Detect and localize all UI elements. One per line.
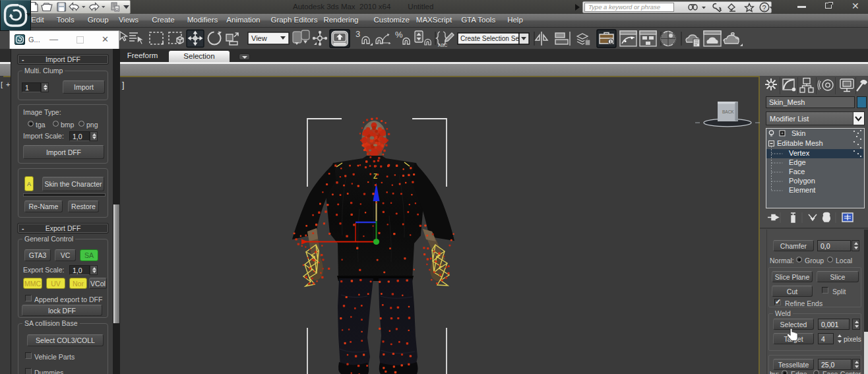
svg-text:View: View <box>251 34 267 42</box>
svg-text:ABC: ABC <box>438 43 447 47</box>
svg-text:BACK: BACK <box>722 109 734 114</box>
svg-text:Z: Z <box>373 173 377 180</box>
svg-text:?: ? <box>762 4 766 12</box>
svg-text:3: 3 <box>356 29 360 39</box>
svg-text:Create Selection Se: Create Selection Se <box>460 35 519 42</box>
svg-text:%: % <box>395 30 403 40</box>
